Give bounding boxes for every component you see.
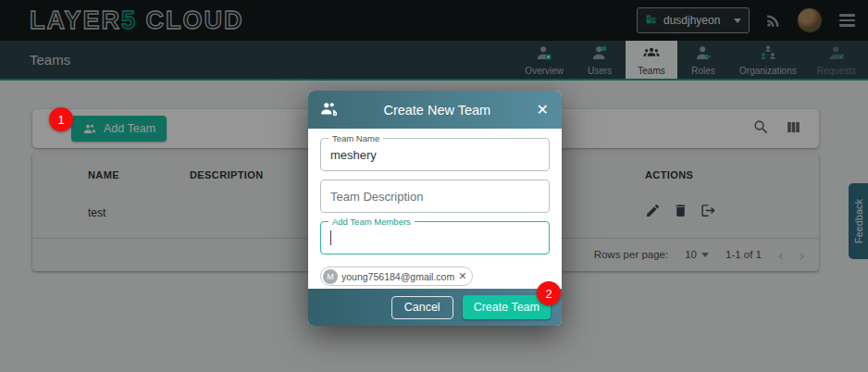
chip-remove-icon[interactable]: ✕ <box>458 271 466 281</box>
team-description-input[interactable] <box>330 190 539 204</box>
add-team-members-input[interactable] <box>331 231 539 245</box>
modal-header: Create New Team ✕ <box>308 91 562 129</box>
team-description-field-wrapper <box>320 180 550 213</box>
add-team-members-label: Add Team Members <box>329 217 415 227</box>
member-email-chip[interactable]: M young756184@gmail.com ✕ <box>320 267 473 286</box>
create-new-team-modal: Create New Team ✕ Team Name Add Team Mem… <box>308 91 562 326</box>
close-icon[interactable]: ✕ <box>535 101 551 119</box>
cancel-button[interactable]: Cancel <box>391 296 453 319</box>
modal-title: Create New Team <box>340 103 535 118</box>
chip-email: young756184@gmail.com <box>341 271 454 282</box>
team-name-input[interactable] <box>330 148 539 162</box>
modal-body: Team Name Add Team Members M young756184… <box>308 129 562 289</box>
layer5-cloud-app: LAYER5 CLOUD dusdjhyeon Teams Overview U… <box>0 0 868 372</box>
modal-footer: Cancel Create Team <box>308 289 562 326</box>
annotation-step-2-badge: 2 <box>537 281 561 305</box>
team-name-field-wrapper: Team Name <box>320 138 550 171</box>
group-add-icon <box>319 98 340 122</box>
annotation-step-1-badge: 1 <box>49 107 73 131</box>
chip-avatar: M <box>323 269 338 284</box>
add-team-members-field-wrapper: Add Team Members <box>320 221 550 254</box>
team-name-label: Team Name <box>329 133 383 143</box>
